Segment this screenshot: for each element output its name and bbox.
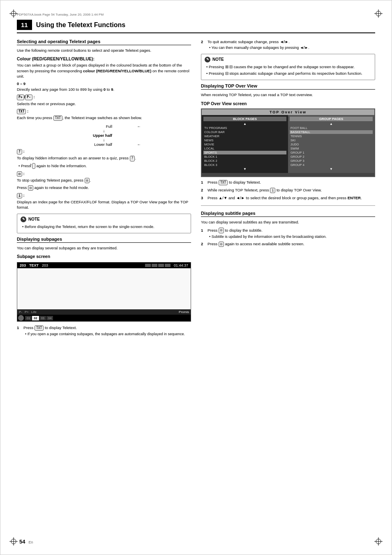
reg-mark-bl [9,537,18,546]
step-num-1: 1 [17,325,19,330]
reveal-text: To display hidden information such as an… [17,155,191,161]
section1-intro: Use the following remote control buttons… [17,48,191,53]
top-group-col: GROUP PAGES ▲ FOOT BALL BASKETBALL TENNI… [288,115,374,173]
hold-icon2: ⊟ [85,178,90,183]
subtitle-step2-icon: ⊟ [219,242,224,247]
subtitle-step1-bullet: Subtitle is updated by the information s… [208,234,375,240]
top-step-num-2: 2 [201,187,203,193]
main-content: Selecting and operating Teletext pages U… [17,39,375,339]
sub-step-num-2: 2 [201,241,203,246]
subtitle-steps: 1 Press ⊟ to display the subtitle. Subti… [201,228,375,247]
section1-title: Selecting and operating Teletext pages [17,39,191,45]
subpage-nav-bar: P- P+ Life Promis [17,309,191,315]
note1-title: ✎ NOTE [21,216,187,222]
p-plus-label: P+ [25,310,29,314]
subtitle-step2: 2 Press ⊟ again to access next available… [201,241,375,247]
section2-intro: You can display several subpages as they… [17,245,191,251]
reg-mark-tr [374,9,383,18]
block-pages-header: BLOCK PAGES [203,117,286,121]
top-down-arrow-left: ▼ [203,167,286,171]
prog-2 [152,264,157,267]
prog-4 [165,264,171,267]
hold-btn-label: ⊟ : [17,171,191,177]
top-up-arrow-right: ▲ [290,122,373,126]
top-row-block3: BLOCK 3 [203,163,286,167]
hold-text2: Press ⊟ again to release the hold mode. [17,185,191,191]
subpage-tabs-bar: 01 02 03 04 [17,315,191,321]
top-row-tvprograms: TV PROGRAMS [203,126,286,130]
subpage-screen: 203 TEXT 203 01:44:37 P- P+ [17,262,191,322]
top-row-news: NEWS [203,138,286,142]
reveal-bullet: Press ? again to hide the information. [17,163,191,169]
top-row-football: FOOT BALL [290,126,373,130]
tab-02-active: 02 [32,316,39,320]
top-row-block1: BLOCK 1 [203,155,286,159]
subpage-page-center: 203 [42,263,48,267]
prog-3 [158,264,164,267]
teletext-switch-text: Each time you press TXT, the Teletext im… [17,115,191,121]
top-row-group2: GROUP 2 [290,155,373,159]
right-column: 2 To quit automatic subpage change, pres… [201,39,375,339]
lower-half-label: Lower half [94,142,112,147]
top-row-colourbar: COLOUR BAR [203,130,286,134]
prog-1 [145,264,151,267]
chapter-number: 11 [17,20,32,30]
page-outer: PDP507XA.book Page 54 Tuesday, June 20, … [0,0,392,555]
top-step2: 2 While receiving TOP Teletext, press i … [201,187,375,193]
subpage-progress [145,264,171,267]
pg-prev-next-label: P+/P- : [17,94,191,100]
subpage-steps: 1 Press TXT to display Teletext. If you … [17,325,191,337]
tab-04: 04 [46,316,53,320]
page-footer: 54 En [19,539,33,545]
subtitle-step1-icon: ⊟ [219,228,224,233]
full-label: Full [106,124,112,129]
tab-01: 01 [25,316,32,320]
txt-btn-icon: TXT [17,109,26,114]
top-row-local: LOCAL [203,147,286,150]
top-step1: 1 Press TXT to display Teletext. [201,180,375,185]
left-column: Selecting and operating Teletext pages U… [17,39,191,339]
note1-icon: ✎ [21,216,26,222]
top-down-arrow-right: ▼ [290,167,373,171]
subpage-step1-bullet: If you open a page containing subpages, … [23,332,191,337]
reveal-btn-label: ? : [17,149,191,154]
num-keys-label: 0 – 9 [17,81,191,86]
top-step2-icon: i [270,188,275,193]
sub-step-num-1: 1 [201,228,203,233]
subpage-screen-header: 203 TEXT 203 01:44:37 [17,263,191,268]
top-row-judo: JUDO [290,143,373,146]
section2-title: Displaying subpages [17,237,191,243]
tab-03: 03 [39,316,46,320]
top-screen-title-bar: TOP Over View [202,109,374,115]
top-steps: 1 Press TXT to display Teletext. 2 While… [201,180,375,200]
top-row-group3: GROUP 3 [290,159,373,163]
reveal-icon3: ? [32,163,35,168]
hold-icon: ⊟ [17,171,22,177]
subpage-screen-label: Subpage screen [17,254,191,259]
note2-icon: ✎ [205,57,210,62]
top-block-col: BLOCK PAGES ▲ TV PROGRAMS COLOUR BAR WEA… [202,115,288,173]
top-step3: 3 Press ▲/▼ and ◄/► to select the desire… [201,195,375,200]
note2-bullet1: Pressing ⊞ ⊟ causes the page to be chang… [205,64,371,69]
top-row-block2: BLOCK 2 [203,159,286,163]
subpage-time: 01:44:37 [174,263,188,267]
subpage-step2-list: 2 To quit automatic subpage change, pres… [201,39,375,51]
subpage-step2: 2 To quit automatic subpage change, pres… [201,39,375,51]
index-icon: i [17,193,22,198]
page-number: 54 [19,539,25,545]
teletext-switch-label: TXT : [17,109,191,114]
pg-minus-icon: P- [25,94,32,100]
index-btn-label: i : [17,193,191,198]
top-up-arrow: ▲ [203,122,286,126]
subpage-screen-body [17,268,191,309]
top-row-tennis: TENNIS [290,134,373,138]
colour-text: You can select a group or block of pages… [17,62,191,79]
colour-label: Colour (RED/GREEN/YELLOW/BLUE): [17,56,191,61]
p-minus-label: P- [19,310,22,314]
note2-bullet2: Pressing ⊟ stops automatic subpage chang… [205,71,371,76]
note2-title: ✎ NOTE [205,57,371,62]
top-row-group4: GROUP 4 [290,163,373,167]
top-row-ski: SKI [290,138,373,142]
section4-intro: You can display several subtitles as the… [201,219,375,225]
upper-half-label: Upper half [93,133,112,138]
